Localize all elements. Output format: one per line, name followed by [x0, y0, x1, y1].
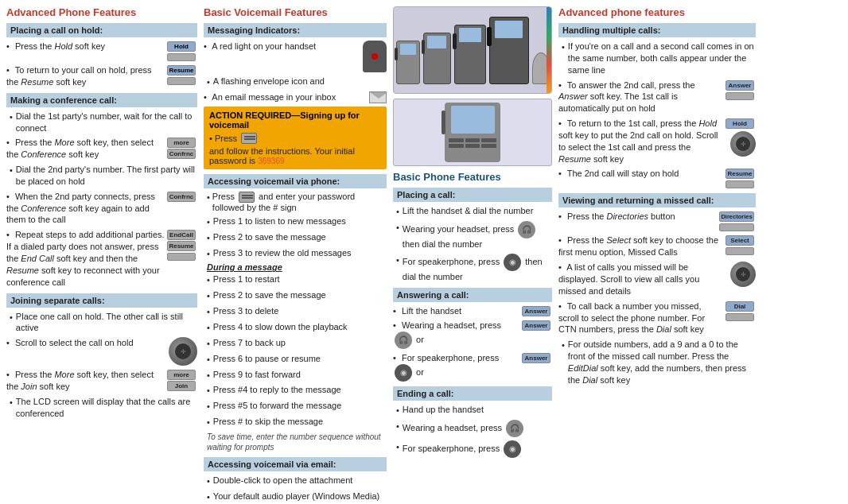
phone-img-1	[396, 41, 420, 84]
speaker-icon-1	[504, 254, 521, 271]
hold-item-2: • To return to your call on hold, press …	[6, 64, 197, 88]
col4-title: Advanced phone features	[558, 6, 756, 18]
select-small	[725, 247, 754, 255]
answer-multi-small	[725, 92, 754, 100]
conf-item-2: • Press the More soft key, then select t…	[6, 137, 197, 161]
place-item-3: • For speakerphone, press then dial the …	[393, 254, 552, 283]
speaker-icon-3	[504, 440, 521, 458]
phone-img-3	[454, 25, 486, 84]
answer-button-1[interactable]: Answer	[522, 306, 550, 316]
dial-button[interactable]: Dial	[725, 301, 754, 312]
answer-item-1: • Lift the handset Answer	[393, 305, 552, 317]
main-page: Advanced Phone Features Placing a call o…	[0, 0, 848, 504]
resume-button-1[interactable]: Resume	[167, 65, 196, 76]
hold-button-small	[167, 53, 196, 61]
place-item-2: • Wearing your headset, press 🎧 then dia…	[393, 221, 552, 250]
multiple-calls-heading: Handling multiple calls:	[558, 23, 756, 37]
more-button-1[interactable]: more	[167, 138, 196, 148]
directories-small	[719, 223, 754, 231]
nav-circle-1: ✛	[169, 337, 197, 366]
col1-title: Advanced Phone Features	[6, 6, 197, 18]
join-section-heading: Joining separate calls:	[6, 293, 197, 308]
msg-indicator-2: • A flashing envelope icon and	[204, 76, 387, 88]
multi-item-1: • If you're on a call and a second call …	[558, 41, 756, 76]
dur-item-9: •Press #5 to forward the message	[204, 400, 387, 413]
join-item-2: • Scroll to select the call on hold ✛	[6, 337, 197, 366]
dur-item-4: •Press 4 to slow down the playback	[204, 321, 387, 334]
join-item-3: • Press the More soft key, then select t…	[6, 369, 197, 393]
confrnc-button-1[interactable]: Confrnc	[167, 149, 196, 159]
missed-item-3: • A list of calls you missed will be dis…	[558, 262, 756, 297]
vm-phone-item-1: • Press and enter your password followed…	[204, 192, 387, 212]
messages-icon-1	[241, 133, 257, 144]
select-button[interactable]: Select	[725, 235, 754, 246]
voicemail-phone-heading: Accessing voicemail via phone:	[204, 174, 387, 188]
dur-item-5: •Press 7 to back up	[204, 337, 387, 350]
placing-call-heading: Placing a call:	[393, 188, 552, 202]
missed-item-2: • Press the Select soft key to choose th…	[558, 235, 756, 258]
conf-item-4: • When the 2nd party connects, press the…	[6, 191, 197, 227]
answer-button-2[interactable]: Answer	[522, 320, 550, 331]
missed-item-4: • To call back a number you missed, scro…	[558, 300, 756, 336]
dur-item-1: •Press 1 to restart	[204, 273, 387, 286]
resume-multi-small	[725, 180, 754, 188]
phone-img-2	[423, 33, 451, 84]
phone-img-4	[489, 17, 529, 84]
color-accent-bar	[547, 7, 551, 93]
hold-button[interactable]: Hold	[167, 41, 196, 52]
missed-item-5: • For outside numbers, add a 9 and a 0 t…	[558, 339, 756, 386]
conf-item-1: • Dial the 1st party's number, wait for …	[6, 110, 197, 134]
answering-call-heading: Answering a call:	[393, 288, 552, 302]
answer-item-2: • Wearing a headset, press 🎧 or Answer	[393, 320, 552, 349]
col2-voicemail: Basic Voicemail Features Messaging Indic…	[204, 6, 387, 504]
resume-button-2[interactable]: Resume	[167, 241, 196, 251]
directories-button[interactable]: Directories	[719, 211, 754, 222]
vm-email-item-1: • Double-click to open the attachment	[204, 475, 387, 487]
resume-multi-button[interactable]: Resume	[725, 169, 754, 179]
resume-button-small	[167, 77, 196, 85]
col2-title: Basic Voicemail Features	[204, 6, 387, 18]
endcall-button[interactable]: EndCall	[167, 230, 196, 240]
join-button[interactable]: Join	[167, 381, 196, 391]
multi-item-2: • To answer the 2nd call, press the Answ…	[558, 79, 756, 115]
vm-email-item-2: • Your default audio player (Windows Med…	[204, 490, 387, 504]
messages-icon-2	[239, 192, 255, 203]
headset-icon-1: 🎧	[518, 221, 535, 238]
join-item-1: • Place one call on hold. The other call…	[6, 311, 197, 335]
cisco-phone-image	[393, 99, 552, 166]
conf-item-3: • Dial the 2nd party's number. The first…	[6, 164, 197, 188]
col1-advanced-phone: Advanced Phone Features Placing a call o…	[6, 6, 197, 504]
place-item-1: • Lift the handset & dial the number	[393, 205, 552, 218]
nav-circle-2: ✛	[730, 131, 756, 157]
phone-image-group	[393, 6, 552, 94]
handset-icon	[363, 41, 387, 72]
hold-multi-button[interactable]: Hold	[725, 118, 754, 129]
confrnc-button-2[interactable]: Confrnc	[167, 192, 196, 202]
answer-item-3: • For speakerphone, press or Answer	[393, 352, 552, 382]
join-item-4: • The LCD screen will display that the c…	[6, 396, 197, 420]
dur-item-2: •Press 2 to save the message	[204, 289, 387, 302]
col3-basic-phone: Basic Phone Features Placing a call: • L…	[393, 6, 552, 504]
dur-item-3: •Press 3 to delete	[204, 305, 387, 318]
voicemail-email-heading: Accessing voicemail via email:	[204, 457, 387, 471]
conf-item-5: • Repeat steps to add additional parties…	[6, 229, 197, 288]
ending-call-heading: Ending a call:	[393, 386, 552, 401]
msg-indicator-1: • A red light on your handset	[204, 41, 387, 72]
during-message-label: During a message	[207, 262, 387, 272]
answer-multi-button[interactable]: Answer	[725, 80, 754, 91]
missed-call-heading: Viewing and returning a missed call:	[558, 193, 756, 207]
hold-section-heading: Placing a call on hold:	[6, 23, 197, 37]
end-item-1: • Hand up the handset	[393, 404, 552, 417]
hold-item-1: • Press the Hold soft key Hold	[6, 41, 197, 61]
vm-phone-item-2: • Press 1 to listen to new messages	[204, 215, 387, 228]
answer-button-3[interactable]: Answer	[522, 353, 550, 363]
missed-item-1: • Press the Directories button Directori…	[558, 211, 756, 231]
dur-item-10: •Press # to skip the message	[204, 416, 387, 428]
nav-circle-3: ✛	[730, 262, 756, 287]
resume-small-2	[167, 253, 196, 261]
speaker-icon-2	[395, 364, 412, 382]
envelope-icon	[369, 91, 387, 103]
more-button-2[interactable]: more	[167, 370, 196, 380]
end-item-2: • Wearing a headset, press 🎧	[393, 420, 552, 437]
password-text: 369369	[258, 157, 284, 165]
